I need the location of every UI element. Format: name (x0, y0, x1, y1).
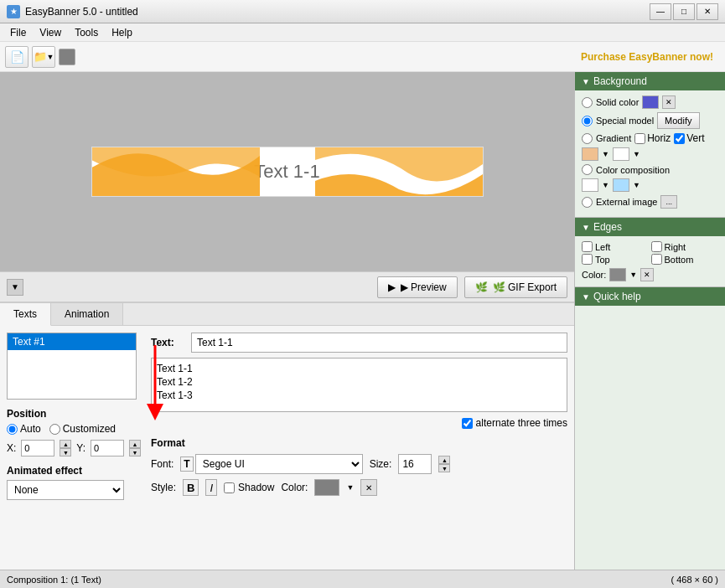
solid-color-option: Solid color ✕ (582, 95, 718, 109)
comp-color2-dropdown-icon[interactable]: ▼ (633, 181, 640, 189)
auto-radio[interactable]: Auto (7, 423, 41, 435)
quick-help-header: ▼ Quick help (575, 287, 725, 306)
comp-color2-swatch[interactable] (613, 178, 629, 192)
size-input[interactable] (398, 454, 432, 474)
gradient-color2-dropdown-icon[interactable]: ▼ (633, 150, 640, 158)
left-edge-checkbox[interactable]: Left (582, 241, 650, 252)
tab-texts[interactable]: Texts (0, 303, 51, 326)
bottom-edge-checkbox[interactable]: Bottom (651, 254, 719, 265)
color-composition-radio[interactable] (582, 164, 593, 175)
gif-export-button[interactable]: 🌿 🌿 GIF Export (464, 276, 567, 298)
size-up-button[interactable]: ▲ (438, 456, 450, 464)
edges-section: ▼ Edges Left Right Top (575, 218, 725, 287)
customized-radio[interactable]: Customized (49, 423, 116, 435)
font-select[interactable]: Segoe UI (195, 454, 363, 474)
color-clear-button[interactable]: ✕ (360, 479, 377, 496)
xy-row: X: ▲ ▼ Y: ▲ ▼ (7, 440, 141, 456)
x-input[interactable] (21, 440, 54, 456)
text-list-item[interactable]: Text #1 (8, 333, 136, 350)
alternate-checkbox[interactable]: alternate three times (462, 417, 567, 429)
modify-button[interactable]: Modify (657, 112, 699, 129)
close-button[interactable]: ✕ (697, 3, 718, 20)
background-arrow-icon: ▼ (582, 77, 590, 86)
menu-file[interactable]: File (3, 25, 33, 40)
edge-color-swatch[interactable] (609, 268, 626, 281)
font-type-icon: T (180, 456, 193, 472)
right-edge-checkbox[interactable]: Right (651, 241, 719, 252)
horiz-checkbox[interactable]: Horiz (634, 132, 671, 144)
gradient-radio[interactable] (582, 133, 593, 144)
y-down-button[interactable]: ▼ (129, 448, 141, 456)
special-model-radio[interactable] (582, 116, 593, 126)
new-button[interactable]: 📄 (5, 46, 28, 68)
edge-color-clear-button[interactable]: ✕ (640, 268, 654, 281)
x-label: X: (7, 442, 16, 454)
solid-clear-button[interactable]: ✕ (662, 95, 676, 109)
text-list-item-empty (8, 350, 136, 384)
text-lines-box[interactable]: Text 1-1 Text 1-2 Text 1-3 (151, 358, 567, 412)
composition-colors-row: ▼ ▼ (582, 178, 718, 192)
tab-animation[interactable]: Animation (51, 303, 123, 325)
shadow-checkbox[interactable]: Shadow (224, 482, 274, 493)
gif-icon: 🌿 (475, 281, 488, 293)
format-row-style: Style: B I Shadow Color: ▼ ✕ (151, 479, 567, 496)
color-dropdown-icon[interactable]: ▼ (346, 483, 354, 492)
banner: Text 1-1 (91, 147, 484, 197)
gradient-color1-swatch[interactable] (582, 147, 598, 161)
right-panel: ▼ Background Solid color ✕ Special model… (574, 72, 725, 570)
x-up-button[interactable]: ▲ (60, 440, 71, 448)
x-down-button[interactable]: ▼ (60, 448, 71, 456)
text-field[interactable] (191, 333, 567, 353)
edge-color-dropdown-icon[interactable]: ▼ (629, 271, 637, 279)
external-image-option: External image ... (582, 195, 718, 209)
maximize-button[interactable]: □ (673, 3, 695, 20)
minimize-button[interactable]: — (650, 3, 671, 20)
italic-button[interactable]: I (205, 479, 217, 496)
solid-color-label: Solid color (596, 97, 639, 107)
text-line-3[interactable]: Text 1-3 (157, 389, 562, 402)
comp-color1-dropdown-icon[interactable]: ▼ (602, 181, 609, 189)
text-color-button[interactable] (314, 479, 339, 496)
top-label: Top (595, 255, 610, 265)
background-body: Solid color ✕ Special model Modify Gradi… (575, 90, 725, 217)
menu-tools[interactable]: Tools (68, 25, 105, 40)
animated-effect-select[interactable]: None (7, 480, 124, 500)
right-label: Right (665, 242, 686, 252)
auto-label: Auto (20, 423, 41, 435)
comp-color1-swatch[interactable] (582, 178, 598, 192)
edge-checkboxes: Left Right Top Bottom (582, 241, 718, 265)
text-list-box[interactable]: Text #1 (7, 333, 137, 400)
edge-color-label: Color: (582, 270, 606, 280)
banner-container: Text 1-1 (0, 72, 574, 271)
gradient-color1-dropdown-icon[interactable]: ▼ (602, 150, 609, 158)
bottom-label: Bottom (665, 255, 694, 265)
collapse-button[interactable]: ▼ (7, 279, 23, 296)
text-line-2[interactable]: Text 1-2 (157, 375, 562, 389)
color-button[interactable] (59, 49, 75, 65)
window-controls: — □ ✕ (650, 3, 718, 20)
text-line-1[interactable]: Text 1-1 (157, 362, 562, 375)
menu-view[interactable]: View (33, 25, 68, 40)
purchase-link[interactable]: Purchase EasyBanner now! (581, 51, 713, 63)
text-list-panel: Text #1 Position Auto Custom (7, 333, 141, 563)
gradient-color2-swatch[interactable] (613, 147, 629, 161)
menu-help[interactable]: Help (105, 25, 139, 40)
app-title: EasyBanner 5.0 - untitled (25, 6, 138, 18)
solid-color-swatch[interactable] (642, 95, 659, 109)
status-bar: Composition 1: (1 Text) ( 468 × 60 ) (0, 570, 725, 588)
alternate-label: alternate three times (476, 417, 567, 429)
bold-button[interactable]: B (183, 479, 199, 496)
y-input[interactable] (91, 440, 124, 456)
quick-help-arrow-icon: ▼ (582, 292, 590, 302)
open-button[interactable]: 📁 ▼ (32, 46, 55, 68)
preview-button[interactable]: ▶ ▶ Preview (377, 276, 458, 298)
solid-color-radio[interactable] (582, 97, 593, 108)
external-image-button[interactable]: ... (660, 195, 677, 209)
external-image-radio[interactable] (582, 197, 593, 208)
size-down-button[interactable]: ▼ (438, 464, 450, 472)
y-up-button[interactable]: ▲ (129, 440, 141, 448)
vert-checkbox[interactable]: Vert (674, 132, 704, 144)
dropdown-arrow-icon: ▼ (47, 53, 54, 61)
customized-label: Customized (63, 423, 116, 435)
top-edge-checkbox[interactable]: Top (582, 254, 650, 265)
